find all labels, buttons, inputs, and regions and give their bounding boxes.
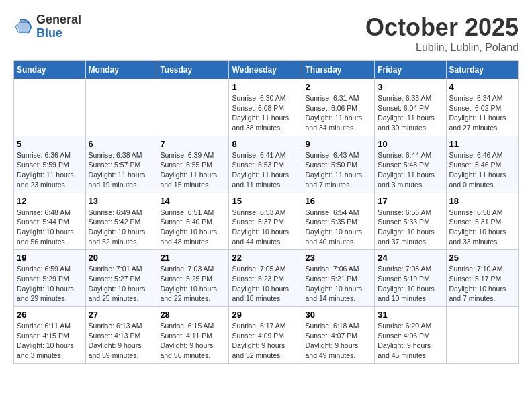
calendar-cell: 12Sunrise: 6:48 AM Sunset: 5:44 PM Dayli… bbox=[14, 193, 86, 250]
calendar-cell: 4Sunrise: 6:34 AM Sunset: 6:02 PM Daylig… bbox=[446, 79, 518, 136]
day-info: Sunrise: 6:56 AM Sunset: 5:33 PM Dayligh… bbox=[378, 208, 443, 247]
weekday-header-monday: Monday bbox=[85, 61, 157, 79]
day-info: Sunrise: 6:48 AM Sunset: 5:44 PM Dayligh… bbox=[17, 208, 83, 247]
day-number: 21 bbox=[160, 253, 226, 263]
calendar-cell: 26Sunrise: 6:11 AM Sunset: 4:15 PM Dayli… bbox=[14, 307, 86, 364]
day-number: 8 bbox=[232, 139, 299, 149]
calendar-week-3: 12Sunrise: 6:48 AM Sunset: 5:44 PM Dayli… bbox=[14, 193, 519, 250]
day-info: Sunrise: 6:31 AM Sunset: 6:06 PM Dayligh… bbox=[305, 93, 371, 133]
day-info: Sunrise: 6:36 AM Sunset: 5:59 PM Dayligh… bbox=[17, 150, 83, 190]
day-info: Sunrise: 6:54 AM Sunset: 5:35 PM Dayligh… bbox=[305, 208, 371, 247]
calendar-cell: 8Sunrise: 6:41 AM Sunset: 5:53 PM Daylig… bbox=[229, 136, 302, 193]
day-number: 27 bbox=[89, 310, 154, 320]
day-number: 20 bbox=[89, 253, 154, 263]
day-number: 12 bbox=[17, 196, 83, 206]
day-info: Sunrise: 7:05 AM Sunset: 5:23 PM Dayligh… bbox=[232, 264, 299, 304]
calendar-cell: 14Sunrise: 6:51 AM Sunset: 5:40 PM Dayli… bbox=[157, 193, 229, 250]
calendar-cell: 6Sunrise: 6:38 AM Sunset: 5:57 PM Daylig… bbox=[85, 136, 157, 193]
weekday-header-wednesday: Wednesday bbox=[229, 61, 302, 79]
day-number: 16 bbox=[305, 196, 371, 206]
calendar-cell: 24Sunrise: 7:08 AM Sunset: 5:19 PM Dayli… bbox=[375, 250, 446, 307]
calendar-cell: 7Sunrise: 6:39 AM Sunset: 5:55 PM Daylig… bbox=[157, 136, 229, 193]
calendar-cell: 19Sunrise: 6:59 AM Sunset: 5:29 PM Dayli… bbox=[14, 250, 86, 307]
day-number: 22 bbox=[232, 253, 299, 263]
title-block: October 2025 Lublin, Lublin, Poland bbox=[365, 13, 519, 54]
day-number: 2 bbox=[305, 82, 371, 92]
calendar-cell: 23Sunrise: 7:06 AM Sunset: 5:21 PM Dayli… bbox=[302, 250, 375, 307]
month-title: October 2025 bbox=[365, 13, 519, 42]
calendar-cell: 25Sunrise: 7:10 AM Sunset: 5:17 PM Dayli… bbox=[446, 250, 518, 307]
calendar-cell: 5Sunrise: 6:36 AM Sunset: 5:59 PM Daylig… bbox=[14, 136, 86, 193]
day-number: 11 bbox=[449, 139, 515, 149]
day-info: Sunrise: 6:46 AM Sunset: 5:46 PM Dayligh… bbox=[449, 150, 515, 190]
day-number: 13 bbox=[89, 196, 154, 206]
weekday-header-friday: Friday bbox=[375, 61, 446, 79]
calendar-cell: 13Sunrise: 6:49 AM Sunset: 5:42 PM Dayli… bbox=[85, 193, 157, 250]
day-number: 4 bbox=[449, 82, 515, 92]
calendar-cell: 9Sunrise: 6:43 AM Sunset: 5:50 PM Daylig… bbox=[302, 136, 375, 193]
day-info: Sunrise: 6:33 AM Sunset: 6:04 PM Dayligh… bbox=[378, 93, 443, 133]
day-number: 6 bbox=[89, 139, 154, 149]
day-number: 28 bbox=[160, 310, 226, 320]
day-number: 31 bbox=[378, 310, 443, 320]
calendar-cell: 11Sunrise: 6:46 AM Sunset: 5:46 PM Dayli… bbox=[446, 136, 518, 193]
day-info: Sunrise: 6:38 AM Sunset: 5:57 PM Dayligh… bbox=[89, 150, 154, 190]
calendar-cell: 22Sunrise: 7:05 AM Sunset: 5:23 PM Dayli… bbox=[229, 250, 302, 307]
page-header: General Blue October 2025 Lublin, Lublin… bbox=[13, 13, 519, 54]
day-number: 14 bbox=[160, 196, 226, 206]
day-number: 15 bbox=[232, 196, 299, 206]
calendar-cell bbox=[446, 307, 518, 364]
calendar-cell: 10Sunrise: 6:44 AM Sunset: 5:48 PM Dayli… bbox=[375, 136, 446, 193]
day-info: Sunrise: 6:41 AM Sunset: 5:53 PM Dayligh… bbox=[232, 150, 299, 190]
calendar-cell bbox=[14, 79, 86, 136]
calendar-cell: 3Sunrise: 6:33 AM Sunset: 6:04 PM Daylig… bbox=[375, 79, 446, 136]
day-number: 1 bbox=[232, 82, 299, 92]
calendar-cell bbox=[157, 79, 229, 136]
day-info: Sunrise: 7:08 AM Sunset: 5:19 PM Dayligh… bbox=[378, 264, 443, 304]
day-info: Sunrise: 6:13 AM Sunset: 4:13 PM Dayligh… bbox=[89, 321, 154, 361]
day-info: Sunrise: 6:11 AM Sunset: 4:15 PM Dayligh… bbox=[17, 321, 83, 361]
day-number: 5 bbox=[17, 139, 83, 149]
day-info: Sunrise: 6:58 AM Sunset: 5:31 PM Dayligh… bbox=[449, 208, 515, 247]
day-info: Sunrise: 7:10 AM Sunset: 5:17 PM Dayligh… bbox=[449, 264, 515, 304]
day-number: 24 bbox=[378, 253, 443, 263]
day-number: 29 bbox=[232, 310, 299, 320]
calendar-cell: 27Sunrise: 6:13 AM Sunset: 4:13 PM Dayli… bbox=[85, 307, 157, 364]
day-info: Sunrise: 6:43 AM Sunset: 5:50 PM Dayligh… bbox=[305, 150, 371, 190]
day-number: 9 bbox=[305, 139, 371, 149]
day-number: 3 bbox=[378, 82, 443, 92]
day-number: 10 bbox=[378, 139, 443, 149]
calendar-cell: 21Sunrise: 7:03 AM Sunset: 5:25 PM Dayli… bbox=[157, 250, 229, 307]
day-number: 18 bbox=[449, 196, 515, 206]
weekday-header-sunday: Sunday bbox=[14, 61, 86, 79]
calendar-cell: 28Sunrise: 6:15 AM Sunset: 4:11 PM Dayli… bbox=[157, 307, 229, 364]
calendar-cell: 18Sunrise: 6:58 AM Sunset: 5:31 PM Dayli… bbox=[446, 193, 518, 250]
calendar-cell bbox=[85, 79, 157, 136]
day-info: Sunrise: 6:18 AM Sunset: 4:07 PM Dayligh… bbox=[305, 321, 371, 361]
day-number: 17 bbox=[378, 196, 443, 206]
day-info: Sunrise: 6:17 AM Sunset: 4:09 PM Dayligh… bbox=[232, 321, 299, 361]
logo-icon bbox=[13, 17, 34, 37]
day-info: Sunrise: 6:30 AM Sunset: 6:08 PM Dayligh… bbox=[232, 93, 299, 133]
logo-blue: Blue bbox=[36, 27, 81, 40]
day-number: 25 bbox=[449, 253, 515, 263]
calendar-table: SundayMondayTuesdayWednesdayThursdayFrid… bbox=[13, 60, 519, 364]
weekday-header-row: SundayMondayTuesdayWednesdayThursdayFrid… bbox=[14, 61, 519, 79]
day-info: Sunrise: 6:53 AM Sunset: 5:37 PM Dayligh… bbox=[232, 208, 299, 247]
logo: General Blue bbox=[13, 13, 81, 40]
day-number: 7 bbox=[160, 139, 226, 149]
calendar-cell: 17Sunrise: 6:56 AM Sunset: 5:33 PM Dayli… bbox=[375, 193, 446, 250]
day-info: Sunrise: 7:06 AM Sunset: 5:21 PM Dayligh… bbox=[305, 264, 371, 304]
calendar-week-1: 1Sunrise: 6:30 AM Sunset: 6:08 PM Daylig… bbox=[14, 79, 519, 136]
calendar-week-4: 19Sunrise: 6:59 AM Sunset: 5:29 PM Dayli… bbox=[14, 250, 519, 307]
day-info: Sunrise: 6:34 AM Sunset: 6:02 PM Dayligh… bbox=[449, 93, 515, 133]
day-number: 30 bbox=[305, 310, 371, 320]
day-info: Sunrise: 6:15 AM Sunset: 4:11 PM Dayligh… bbox=[160, 321, 226, 361]
logo-text: General Blue bbox=[36, 13, 81, 40]
weekday-header-saturday: Saturday bbox=[446, 61, 518, 79]
calendar-week-5: 26Sunrise: 6:11 AM Sunset: 4:15 PM Dayli… bbox=[14, 307, 519, 364]
location-title: Lublin, Lublin, Poland bbox=[365, 42, 519, 54]
day-info: Sunrise: 6:44 AM Sunset: 5:48 PM Dayligh… bbox=[378, 150, 443, 190]
calendar-cell: 30Sunrise: 6:18 AM Sunset: 4:07 PM Dayli… bbox=[302, 307, 375, 364]
calendar-cell: 16Sunrise: 6:54 AM Sunset: 5:35 PM Dayli… bbox=[302, 193, 375, 250]
